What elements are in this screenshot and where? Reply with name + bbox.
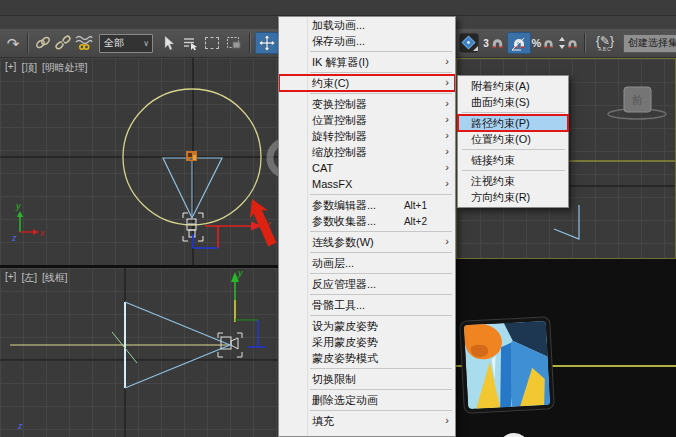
annotation-arrow [243, 195, 278, 249]
move-gizmo: y [231, 268, 266, 347]
spinner-snap-icon[interactable] [556, 32, 580, 54]
svg-text:x: x [39, 228, 45, 238]
submenu-item[interactable]: 位置约束(O) › [458, 131, 568, 147]
submenu-arrow-icon: › [445, 76, 449, 88]
bind-to-space-warp-icon[interactable] [73, 32, 95, 54]
menu-item[interactable]: 采用蒙皮姿势 › [279, 334, 455, 350]
menu-item[interactable]: 缩放控制器 › [279, 144, 455, 160]
submenu-item[interactable]: 链接约束 › [458, 152, 568, 168]
viewport-menu-view[interactable]: [顶] [21, 61, 37, 75]
viewport-camera[interactable] [456, 269, 676, 437]
menu-item[interactable]: 参数编辑器... Alt+1 › [279, 197, 455, 213]
shortcut-label: Alt+1 [404, 200, 439, 211]
braces-pencil-label: {✎} [596, 35, 614, 47]
submenu-item[interactable]: 方向约束(R) › [458, 189, 568, 205]
submenu-item[interactable]: 曲面约束(S) › [458, 94, 568, 110]
submenu-item[interactable]: 路径约束(P) › [458, 115, 568, 131]
snap-3d-icon[interactable]: 3 [481, 32, 507, 54]
menu-item[interactable]: IK 解算器(I) › [279, 54, 455, 70]
viewport-menu-shading[interactable]: [明暗处理] [42, 61, 88, 75]
camera-cone-wireframe [163, 158, 222, 218]
constraint-submenu: 附着约束(A) › 曲面约束(S) › 路径约束(P) › 位置约束(O) › … [457, 75, 569, 208]
viewcube: 前 [608, 87, 666, 119]
viewport-camera-canvas [456, 269, 676, 437]
snap-toggle-icon[interactable] [457, 32, 481, 54]
viewport-top-canvas: X y x z [0, 58, 278, 265]
named-selection-set-field[interactable]: 创建选择集 ▾ [623, 34, 676, 53]
viewport-menu-shading[interactable]: [线框] [42, 271, 68, 285]
angle-snap-icon[interactable] [507, 32, 531, 54]
submenu-arrow-icon: › [445, 161, 449, 173]
rectangular-selection-region-icon[interactable] [201, 32, 223, 54]
chevron-down-icon: ∨ [143, 39, 152, 48]
3ds-max-window: { "menubar": { "items": [ {"label": "编辑(… [0, 0, 676, 437]
submenu-arrow-icon: › [445, 235, 449, 247]
submenu-arrow-icon: › [445, 113, 449, 125]
submenu-arrow-icon: › [445, 145, 449, 157]
menu-item[interactable]: 位置控制器 › [279, 112, 455, 128]
edit-named-selection-sets-icon[interactable]: {✎} ABC [592, 32, 618, 54]
tablet-object [460, 317, 555, 414]
percent-snap-icon[interactable]: % [531, 32, 556, 54]
menu-item[interactable]: 连线参数(W) › [279, 234, 455, 250]
viewport-left-label: [+] [左] [线框] [5, 271, 68, 285]
axis-tripod: y x z [11, 201, 45, 243]
submenu-arrow-icon: › [445, 129, 449, 141]
window-crossing-icon[interactable] [223, 32, 245, 54]
menu-item[interactable]: MassFX › [279, 176, 455, 192]
svg-text:前: 前 [631, 94, 643, 106]
toolbar-separator [584, 33, 586, 53]
submenu-arrow-icon: › [445, 55, 449, 67]
viewport-top-label: [+] [顶] [明暗处理] [5, 61, 88, 75]
menu-item[interactable]: 参数收集器... Alt+2 › [279, 213, 455, 229]
menu-item[interactable]: 蒙皮姿势模式 › [279, 350, 455, 366]
select-by-name-icon[interactable] [179, 32, 201, 54]
toolbar-separator [27, 33, 29, 53]
viewport-left[interactable]: [+] [左] [线框] y z [0, 268, 278, 437]
viewport-menu-plus[interactable]: [+] [5, 271, 16, 285]
menu-item[interactable]: 约束(C) › [279, 75, 455, 91]
camera-cone-fragment [554, 205, 579, 239]
menu-item[interactable]: 保存动画... › [279, 33, 455, 49]
viewport-left-canvas: y z [0, 268, 278, 437]
selection-filter-dropdown[interactable]: 全部 ∨ [99, 34, 153, 53]
percent-label: % [532, 37, 542, 49]
viewport-top[interactable]: [+] [顶] [明暗处理] [0, 58, 278, 265]
unlink-selection-icon[interactable] [53, 32, 73, 54]
submenu-item[interactable]: 注视约束 › [458, 173, 568, 189]
menu-item[interactable]: 反应管理器... › [279, 276, 455, 292]
svg-text:y: y [237, 268, 243, 278]
menu-item[interactable]: CAT › [279, 160, 455, 176]
menu-bar [0, 0, 676, 16]
select-and-link-icon[interactable] [33, 32, 53, 54]
tablet-object-top [186, 151, 197, 161]
menu-item[interactable]: 切换限制 › [279, 371, 455, 387]
submenu-arrow-icon: › [445, 97, 449, 109]
svg-text:z: z [17, 421, 23, 431]
menu-item[interactable]: 加载动画... › [279, 17, 455, 33]
submenu-arrow-icon: › [445, 177, 449, 189]
submenu-arrow-icon: › [445, 414, 449, 426]
menu-item[interactable]: 设为蒙皮姿势 › [279, 318, 455, 334]
light-object-partial [501, 433, 527, 437]
animation-menu: 加载动画... › 保存动画... › IK 解算器(I) › 约束(C) › … [278, 16, 456, 437]
submenu-item[interactable]: 附着约束(A) › [458, 78, 568, 94]
shortcut-label: Alt+2 [404, 216, 439, 227]
svg-text:z: z [11, 233, 17, 243]
menu-item[interactable]: 动画层... › [279, 255, 455, 271]
viewport-menu-plus[interactable]: [+] [5, 61, 16, 75]
menu-item[interactable]: 旋转控制器 › [279, 128, 455, 144]
menu-item[interactable]: 骨骼工具... › [279, 297, 455, 313]
select-and-move-icon[interactable] [255, 32, 279, 54]
snap-degree-label: 3 [483, 38, 489, 49]
select-object-icon[interactable] [157, 32, 179, 54]
menu-item[interactable]: 填充 › [279, 413, 455, 429]
viewcube-partial [270, 141, 278, 175]
toolbar-left-group: ↷ 全部 ∨ [0, 32, 301, 54]
abc-label: ABC [598, 47, 611, 52]
selection-filter-value: 全部 [100, 36, 143, 50]
redo-icon[interactable]: ↷ [3, 32, 23, 54]
menu-item[interactable]: 变换控制器 › [279, 96, 455, 112]
menu-item[interactable]: 删除选定动画 › [279, 392, 455, 408]
viewport-menu-view[interactable]: [左] [21, 271, 37, 285]
